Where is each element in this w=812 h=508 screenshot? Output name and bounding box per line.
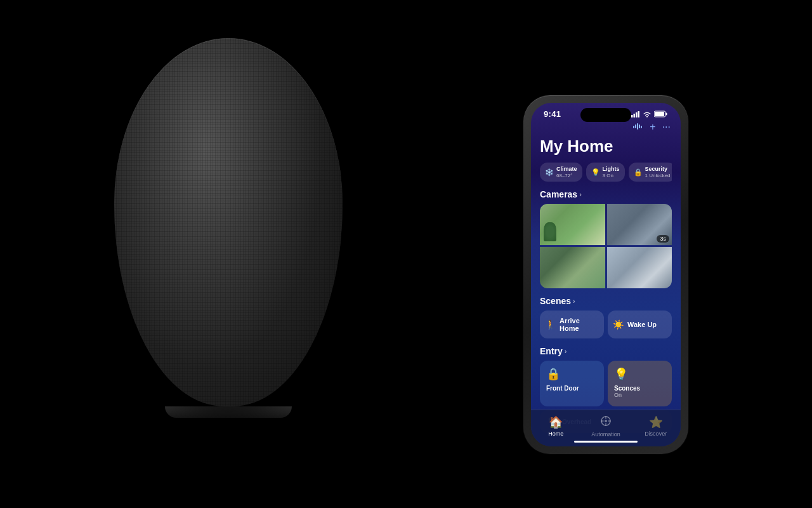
- home-title: My Home: [540, 137, 672, 156]
- entry-chevron: ›: [565, 347, 567, 355]
- siri-icon[interactable]: [633, 122, 643, 132]
- wake-up-scene[interactable]: ☀️ Wake Up: [608, 311, 672, 338]
- home-tab-icon: 🏠: [549, 415, 563, 429]
- camera-top-left[interactable]: [540, 204, 605, 245]
- svg-rect-8: [633, 126, 634, 128]
- chip-climate[interactable]: ❄️ Climate 68–72°: [540, 163, 582, 182]
- chip-security-label: Security: [645, 166, 671, 173]
- chip-climate-label: Climate: [556, 166, 577, 173]
- scenes-row: 🚶 Arrive Home ☀️ Wake Up: [540, 311, 672, 338]
- security-icon: 🔒: [634, 168, 643, 177]
- svg-rect-9: [635, 124, 636, 128]
- cameras-section-header[interactable]: Cameras ›: [540, 189, 672, 199]
- front-door-label: Front Door: [546, 385, 598, 392]
- more-icon[interactable]: ···: [662, 121, 671, 133]
- scenes-chevron: ›: [573, 297, 575, 305]
- signal-icon: [631, 111, 640, 117]
- tab-automation[interactable]: Automation: [587, 415, 625, 438]
- chip-climate-value: 68–72°: [556, 173, 577, 179]
- scenes-label: Scenes: [540, 296, 571, 306]
- svg-rect-11: [639, 124, 640, 128]
- homepod-device: [95, 38, 362, 432]
- wake-up-icon: ☀️: [613, 319, 624, 330]
- camera-bottom-right[interactable]: [607, 247, 672, 288]
- battery-icon: [654, 110, 668, 117]
- cameras-label: Cameras: [540, 189, 577, 199]
- chip-lights[interactable]: 💡 Lights 3 On: [586, 163, 625, 182]
- tab-home[interactable]: 🏠 Home: [537, 415, 575, 437]
- chip-security-value: 1 Unlocked: [645, 173, 671, 179]
- entry-label: Entry: [540, 346, 563, 356]
- sconces-card[interactable]: 💡 Sconces On: [608, 361, 672, 406]
- entry-section-header[interactable]: Entry ›: [540, 346, 672, 356]
- wifi-icon: [643, 111, 652, 117]
- svg-rect-3: [638, 111, 640, 117]
- svg-point-14: [605, 420, 607, 422]
- tab-underline: [574, 441, 638, 443]
- svg-rect-1: [634, 114, 636, 117]
- discover-tab-icon: ⭐: [649, 415, 663, 429]
- status-time: 9:41: [544, 109, 561, 119]
- homepod-body: [114, 38, 343, 406]
- arrive-home-label: Arrive Home: [560, 317, 599, 332]
- scenes-section-header[interactable]: Scenes ›: [540, 296, 672, 306]
- arrive-home-scene[interactable]: 🚶 Arrive Home: [540, 311, 604, 338]
- wake-up-label: Wake Up: [627, 321, 657, 328]
- svg-rect-12: [641, 126, 642, 128]
- chip-security[interactable]: 🔒 Security 1 Unlocked: [629, 163, 672, 182]
- svg-rect-6: [655, 112, 664, 116]
- lights-icon: 💡: [591, 168, 600, 177]
- sconces-sub: On: [614, 392, 665, 398]
- cameras-chevron: ›: [579, 190, 582, 198]
- svg-rect-7: [666, 113, 667, 116]
- status-chips: ❄️ Climate 68–72° 💡 Lights 3 On: [540, 163, 672, 182]
- camera-grid: 3s: [540, 204, 672, 288]
- iphone: 9:41: [523, 95, 688, 457]
- automation-tab-label: Automation: [591, 431, 620, 438]
- camera-badge: 3s: [657, 235, 669, 243]
- top-bar: + ···: [540, 121, 672, 133]
- iphone-frame: 9:41: [523, 95, 688, 454]
- chip-lights-value: 3 On: [603, 173, 620, 179]
- front-door-icon: 🔒: [546, 367, 598, 381]
- camera-bottom-left[interactable]: [540, 247, 605, 288]
- front-door-card[interactable]: 🔒 Front Door: [540, 361, 604, 406]
- tree-overlay: [544, 222, 556, 241]
- automation-tab-icon: [600, 415, 612, 430]
- app-content: + ··· My Home ❄️ Climate 68–72° �: [531, 121, 681, 437]
- discover-tab-label: Discover: [645, 431, 667, 437]
- dynamic-island: [580, 108, 631, 122]
- svg-point-4: [646, 116, 648, 117]
- arrive-home-icon: 🚶: [545, 319, 556, 330]
- chip-lights-label: Lights: [603, 166, 620, 173]
- svg-rect-2: [636, 112, 638, 117]
- status-icons: [631, 110, 668, 117]
- sconces-icon: 💡: [614, 367, 665, 381]
- sconces-label: Sconces: [614, 385, 665, 392]
- home-tab-label: Home: [548, 431, 563, 437]
- homepod: [76, 38, 381, 470]
- iphone-screen: 9:41: [531, 103, 681, 446]
- climate-icon: ❄️: [545, 168, 554, 177]
- homepod-mesh: [114, 38, 343, 406]
- camera-top-right[interactable]: 3s: [607, 204, 672, 245]
- tab-bar: 🏠 Home Automation: [531, 410, 681, 446]
- tab-discover[interactable]: ⭐ Discover: [637, 415, 675, 437]
- svg-rect-0: [631, 115, 633, 117]
- add-icon[interactable]: +: [650, 121, 655, 133]
- homepod-base: [165, 406, 292, 418]
- svg-rect-10: [637, 123, 638, 130]
